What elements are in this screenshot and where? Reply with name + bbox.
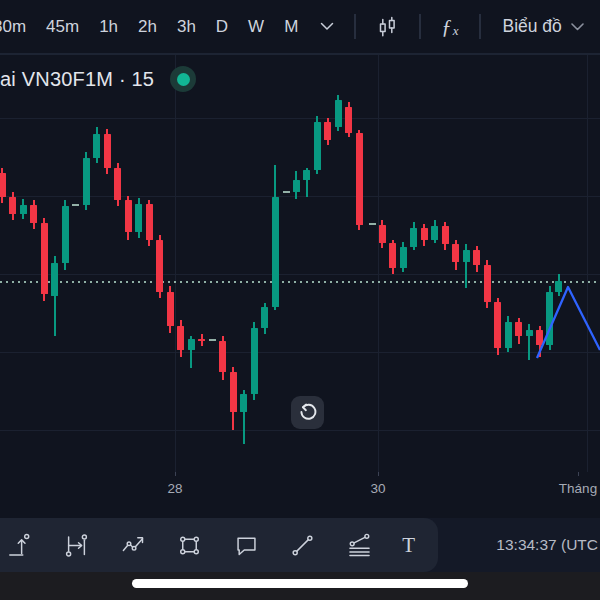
candle bbox=[9, 197, 16, 214]
timeframe-button-M[interactable]: M bbox=[282, 11, 300, 43]
candle bbox=[494, 302, 501, 348]
rotate-left-icon bbox=[298, 403, 317, 422]
candle bbox=[62, 206, 69, 263]
timeframe-button-45m[interactable]: 45m bbox=[44, 11, 81, 43]
gridline-horizontal bbox=[0, 352, 600, 353]
candle bbox=[536, 330, 543, 345]
tool-rectangle-button[interactable] bbox=[174, 530, 205, 561]
candle bbox=[293, 180, 300, 192]
timeframe-button-W[interactable]: W bbox=[246, 11, 266, 43]
candle bbox=[219, 341, 226, 372]
candle bbox=[104, 134, 111, 168]
candle bbox=[272, 197, 279, 307]
comment-bubble-icon bbox=[233, 532, 260, 559]
market-status-icon bbox=[170, 66, 196, 92]
tool-date-range-button[interactable] bbox=[61, 530, 92, 561]
candle bbox=[421, 228, 428, 240]
indicators-button[interactable]: ƒx bbox=[437, 14, 462, 40]
candle bbox=[261, 307, 268, 328]
chart-style-button[interactable] bbox=[372, 11, 403, 43]
x-axis-tick bbox=[175, 472, 176, 476]
candle bbox=[546, 292, 553, 345]
candle bbox=[442, 226, 449, 244]
tool-price-projection-button[interactable] bbox=[5, 530, 36, 561]
trend-line-icon bbox=[289, 532, 316, 559]
toolbar-divider bbox=[354, 14, 356, 39]
timeframe-button-2h[interactable]: 2h bbox=[136, 11, 159, 43]
rectangle-icon bbox=[176, 532, 203, 559]
clock-timezone-display[interactable]: 13:34:37 (UTC bbox=[496, 518, 598, 572]
candle bbox=[389, 243, 396, 268]
flat-bar-dash bbox=[72, 204, 79, 206]
candle bbox=[515, 322, 522, 336]
gridline-vertical bbox=[175, 54, 176, 472]
candle bbox=[114, 168, 121, 200]
candle bbox=[431, 226, 438, 240]
candle bbox=[484, 265, 491, 302]
current-price-line bbox=[0, 281, 600, 283]
candle bbox=[156, 240, 163, 292]
candle bbox=[41, 223, 48, 294]
date-range-icon bbox=[63, 532, 90, 559]
candle bbox=[167, 292, 174, 326]
x-axis-label: 28 bbox=[167, 481, 182, 496]
reload-chart-button[interactable] bbox=[291, 396, 324, 429]
candle bbox=[0, 173, 6, 197]
toolbar-divider bbox=[479, 14, 481, 39]
tool-polyline-button[interactable] bbox=[118, 530, 149, 561]
candle bbox=[20, 205, 27, 214]
flat-bar-dash bbox=[209, 339, 216, 341]
candle bbox=[93, 134, 100, 158]
candle bbox=[400, 247, 407, 268]
top-toolbar: 30m45m1h2h3hDWM ƒx Biểu đồ bbox=[0, 0, 600, 55]
gridline-horizontal bbox=[0, 274, 600, 275]
tool-comment-button[interactable] bbox=[231, 530, 262, 561]
candle bbox=[473, 250, 480, 265]
chart-view-selector[interactable]: Biểu đồ bbox=[496, 15, 589, 38]
symbol-row[interactable]: ai VN30F1M · 15 bbox=[0, 66, 196, 92]
candle bbox=[555, 281, 562, 292]
polyline-arrow-icon bbox=[120, 532, 147, 559]
text-tool-icon: T bbox=[402, 535, 415, 556]
chevron-down-icon bbox=[320, 22, 334, 31]
candle bbox=[135, 204, 142, 232]
timeframes-expand-button[interactable] bbox=[316, 18, 338, 35]
timeframe-button-3h[interactable]: 3h bbox=[175, 11, 198, 43]
price-projection-icon bbox=[7, 532, 34, 559]
gridline-horizontal bbox=[0, 430, 600, 431]
x-axis-tick bbox=[378, 472, 379, 476]
candle bbox=[303, 170, 310, 180]
candle bbox=[335, 100, 342, 127]
candlestick-chart-icon bbox=[376, 15, 399, 39]
toolbar-divider bbox=[419, 14, 421, 39]
x-axis-label: 30 bbox=[370, 481, 385, 496]
candle bbox=[51, 263, 58, 296]
tool-fib-retracement-button[interactable] bbox=[344, 530, 375, 561]
flat-bar-dash bbox=[283, 191, 290, 193]
candle bbox=[379, 225, 386, 243]
candle bbox=[356, 133, 363, 225]
candle bbox=[314, 122, 321, 170]
timeframe-button-D[interactable]: D bbox=[214, 11, 230, 43]
chart-view-label: Biểu đồ bbox=[502, 16, 561, 37]
tool-trend-line-button[interactable] bbox=[287, 530, 318, 561]
candle bbox=[345, 107, 352, 133]
candle bbox=[198, 339, 205, 341]
timeframe-button-30m[interactable]: 30m bbox=[0, 11, 28, 43]
candle bbox=[188, 339, 195, 350]
candle bbox=[324, 122, 331, 140]
app-screen: 2830Tháng 30m45m1h2h3hDWM ƒx Biể bbox=[0, 0, 600, 600]
candle bbox=[526, 330, 533, 336]
timeframe-button-1h[interactable]: 1h bbox=[97, 11, 120, 43]
chevron-down-icon bbox=[571, 23, 584, 31]
candle bbox=[125, 200, 132, 232]
candle bbox=[463, 250, 470, 262]
tool-text-button[interactable]: T bbox=[400, 533, 417, 558]
home-indicator[interactable] bbox=[132, 579, 468, 588]
candle bbox=[146, 204, 153, 240]
candle bbox=[177, 326, 184, 350]
candle bbox=[240, 394, 247, 412]
fx-icon: ƒx bbox=[441, 18, 458, 36]
flat-bar-dash bbox=[369, 223, 376, 225]
gridline-horizontal bbox=[0, 196, 600, 197]
